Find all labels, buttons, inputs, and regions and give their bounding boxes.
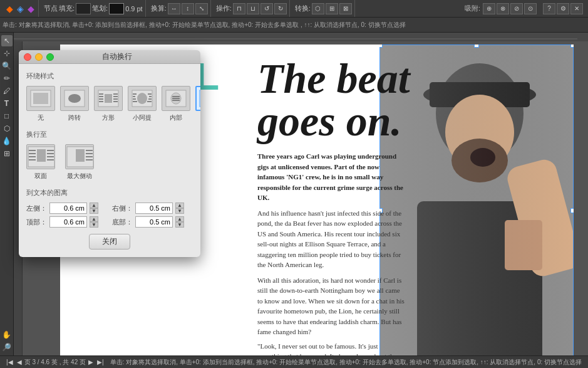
operation-label: 操作: <box>216 4 232 13</box>
ruler-top-svg <box>14 33 588 41</box>
runaround-largest-icon <box>65 144 94 169</box>
runaround-largest[interactable]: 最大侧动 <box>65 144 94 181</box>
wrap-icon-square <box>94 86 123 111</box>
runaround-both[interactable]: 双面 <box>26 144 55 181</box>
shape-tool[interactable]: □ <box>1 110 13 122</box>
runaround-options: 双面 最大侧动 <box>26 144 193 181</box>
right-icons: 吸附: ⊕ ⊗ ⊘ ⊙ ? ⚙ ✕ <box>461 0 585 17</box>
offset-top-input[interactable] <box>49 216 87 228</box>
settings-btn[interactable]: ⚙ <box>557 3 569 14</box>
prev-page-btn[interactable]: ◀ <box>16 359 23 365</box>
handle-mr[interactable] <box>570 208 574 213</box>
wrap-svg-none <box>29 89 52 108</box>
offset-top-stepper[interactable]: ▲ ▼ <box>90 216 98 228</box>
freehand-tool[interactable]: ✏ <box>1 73 13 84</box>
transform-btn-3[interactable]: ⤡ <box>195 3 208 14</box>
pen-tool[interactable]: 🖊 <box>1 85 13 97</box>
text-wrap-dialog: 自动换行 环绕样式 无 <box>19 50 200 257</box>
article-para-1: Three years ago Carl was playing undergr… <box>257 151 405 203</box>
snap-btn-4[interactable]: ⊙ <box>524 3 537 14</box>
app-icon-3[interactable]: ◆ <box>26 4 36 14</box>
snap-btn-2[interactable]: ⊗ <box>497 3 509 14</box>
transform2-btn-3[interactable]: ⊠ <box>339 3 352 14</box>
offset-right-down[interactable]: ▼ <box>175 208 184 214</box>
text-tool[interactable]: T <box>1 98 13 109</box>
node-tool[interactable]: ⊹ <box>1 48 13 59</box>
wrap-option-square[interactable]: 方形 <box>94 86 123 122</box>
article-two-cols: With all this adoration, its hard not wo… <box>257 275 405 337</box>
next-page-btn[interactable]: ▶ <box>87 359 95 365</box>
offset-bottom-up[interactable]: ▲ <box>175 216 184 222</box>
offset-left-down[interactable]: ▼ <box>90 208 98 214</box>
app-icon-1[interactable]: ◆ <box>5 4 14 14</box>
op-btn-1[interactable]: ⊓ <box>233 3 245 14</box>
offset-top-up[interactable]: ▲ <box>90 216 98 222</box>
dialog-title: 自动换行 <box>58 51 177 62</box>
transform-btn-1[interactable]: ↔ <box>168 3 180 14</box>
pen-label: 笔划: <box>92 4 108 13</box>
offset-bottom-input[interactable] <box>135 216 173 228</box>
transform-btn-2[interactable]: ↕ <box>182 3 194 14</box>
wrap-option-inside[interactable]: 内部 <box>162 86 190 122</box>
offset-top-row: 顶部： ▲ ▼ <box>26 216 107 228</box>
select-tool[interactable]: ↖ <box>1 35 13 46</box>
hand-tool[interactable]: ✋ <box>1 329 13 340</box>
wrap-icon-none <box>26 86 55 111</box>
offset-right-stepper[interactable]: ▲ ▼ <box>175 202 184 214</box>
offset-right-label: 右侧： <box>112 204 133 213</box>
wrap-icon-inside <box>162 86 190 111</box>
page-info: 页 3 / 4.6 英 , 共 42 页 <box>24 358 86 367</box>
snap-btn-3[interactable]: ⊘ <box>510 3 523 14</box>
op-btn-4[interactable]: ↻ <box>274 3 287 14</box>
dialog-close-dot[interactable] <box>24 53 31 61</box>
wrap-option-contour[interactable]: 小阿提 <box>128 86 157 122</box>
runaround-largest-label: 最大侧动 <box>67 172 92 181</box>
op-btn-3[interactable]: ↺ <box>260 3 273 14</box>
wrap-square-label: 方形 <box>102 113 115 122</box>
transform2-group: 转换: ⬡ ⊞ ⊠ <box>292 0 355 17</box>
close-tb-btn[interactable]: ✕ <box>570 3 583 14</box>
first-page-btn[interactable]: |◀ <box>5 359 14 365</box>
dialog-close-row: 关闭 <box>26 234 193 250</box>
offset-label: 到文本的图离 <box>26 188 193 197</box>
offset-left-up[interactable]: ▲ <box>90 202 98 208</box>
svg-rect-43 <box>200 90 200 107</box>
article-col-left: With all this adoration, its hard not wo… <box>257 275 405 337</box>
wrap-none-label: 无 <box>38 113 44 122</box>
last-page-btn[interactable]: ▶| <box>96 359 105 365</box>
dialog-minimize-dot[interactable] <box>35 53 43 61</box>
op-btn-2[interactable]: ⊔ <box>247 3 259 14</box>
wrap-option-edge[interactable]: 边缘 <box>195 86 200 122</box>
wrap-option-span[interactable]: 跨转 <box>60 86 89 122</box>
help-btn[interactable]: ? <box>543 3 555 14</box>
transform2-btn-2[interactable]: ⊞ <box>326 3 338 14</box>
svg-rect-17 <box>68 94 81 103</box>
snap-btn-1[interactable]: ⊕ <box>483 3 495 14</box>
offset-right-up[interactable]: ▲ <box>175 202 184 208</box>
offset-right-input[interactable] <box>135 202 173 214</box>
second-toolbar: 单击: 对象将其选择取消, 单击+0: 添加到当前选择框, 推动+0: 开始绘菜… <box>0 18 588 33</box>
offset-bottom-stepper[interactable]: ▲ ▼ <box>175 216 184 228</box>
runaround-section: 换行至 <box>26 130 193 181</box>
wrap-option-none[interactable]: 无 <box>26 86 55 122</box>
crop-tool[interactable]: ⊞ <box>1 148 13 159</box>
fill-color-swatch[interactable] <box>76 3 91 14</box>
dialog-maximize-dot[interactable] <box>46 53 54 61</box>
fill-tool[interactable]: ⬡ <box>1 123 13 134</box>
zoom-tool-2[interactable]: 🔎 <box>1 342 13 353</box>
left-tool-panel: ↖ ⊹ 🔍 ✏ 🖊 T □ ⬡ 💧 ⊞ ✋ 🔎 <box>0 33 14 355</box>
offset-top-down[interactable]: ▼ <box>90 222 98 228</box>
eyedrop-tool[interactable]: 💧 <box>1 135 13 147</box>
dialog-close-button[interactable]: 关闭 <box>89 234 130 250</box>
offset-left-input[interactable] <box>49 202 87 214</box>
offset-left-stepper[interactable]: ▲ ▼ <box>90 202 98 214</box>
app-icon-2[interactable]: ◈ <box>16 4 25 14</box>
transform-group: 换算: ↔ ↕ ⤡ <box>148 0 211 17</box>
offset-bottom-down[interactable]: ▼ <box>175 222 184 228</box>
runaround-label: 换行至 <box>26 130 193 139</box>
transform2-btn-1[interactable]: ⬡ <box>312 3 324 14</box>
zoom-tool[interactable]: 🔍 <box>1 60 13 71</box>
offset-right-row: 右侧： ▲ ▼ <box>112 202 193 214</box>
node-group: 节点 填充: 笔划: 0.9 pt <box>41 0 146 17</box>
pen-color-swatch[interactable] <box>109 3 124 14</box>
